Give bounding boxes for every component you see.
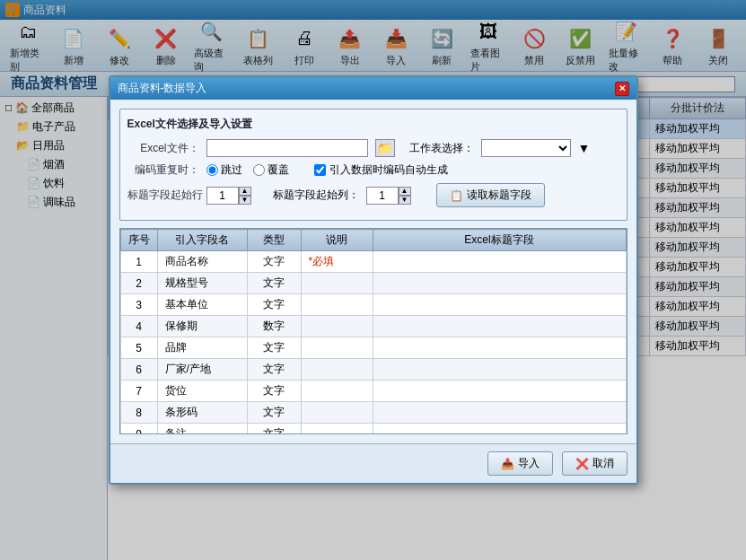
modal-table-cell bbox=[373, 294, 626, 316]
modal-title-bar: 商品资料-数据导入 ✕ bbox=[110, 77, 636, 100]
import-button[interactable]: 📥 导入 bbox=[487, 451, 553, 476]
title-col-down[interactable]: ▼ bbox=[399, 196, 411, 205]
auto-generate-check[interactable]: 引入数据时编码自动生成 bbox=[314, 162, 448, 178]
modal-table-cell: 文字 bbox=[247, 251, 301, 273]
excel-label: Excel文件： bbox=[127, 141, 199, 156]
modal-table-cell bbox=[373, 337, 626, 359]
modal-table-cell: 9 bbox=[120, 424, 157, 435]
title-row-input[interactable] bbox=[206, 187, 239, 205]
modal-overlay: 商品资料-数据导入 ✕ Excel文件选择及导入设置 Excel文件： 📁 工作… bbox=[0, 0, 746, 560]
modal-table-cell: 商品名称 bbox=[157, 251, 247, 273]
modal-table-row[interactable]: 8条形码文字 bbox=[120, 402, 626, 424]
modal-table-cell: 文字 bbox=[247, 381, 301, 402]
title-col-up[interactable]: ▲ bbox=[399, 187, 411, 196]
modal-title: 商品资料-数据导入 bbox=[118, 81, 207, 96]
modal-table-cell: 2 bbox=[120, 273, 157, 294]
modal-table-row[interactable]: 6厂家/产地文字 bbox=[120, 359, 626, 381]
modal-table-row[interactable]: 7货位文字 bbox=[120, 381, 626, 402]
modal-table-cell: 货位 bbox=[157, 381, 247, 402]
modal-table-cell: 规格型号 bbox=[157, 273, 247, 294]
modal-table-row[interactable]: 9备注文字 bbox=[120, 424, 626, 435]
workbook-dropdown-icon: ▼ bbox=[578, 141, 591, 155]
modal-table-col-header: 序号 bbox=[120, 230, 157, 251]
modal-table-cell: 8 bbox=[120, 402, 157, 424]
modal-table-cell: 基本单位 bbox=[157, 294, 247, 316]
title-row-col-row: 标题字段起始行： ▲ ▼ 标题字段起始列： ▲ ▼ bbox=[127, 183, 619, 207]
radio-skip-input[interactable] bbox=[206, 164, 218, 176]
radio-overwrite[interactable]: 覆盖 bbox=[253, 162, 289, 178]
modal-table-col-header: Excel标题字段 bbox=[373, 230, 626, 251]
workbook-label: 工作表选择： bbox=[409, 141, 474, 156]
modal-table-row[interactable]: 3基本单位文字 bbox=[120, 294, 626, 316]
excel-settings-section: Excel文件选择及导入设置 Excel文件： 📁 工作表选择： ▼ 编码重复时… bbox=[119, 109, 628, 221]
modal-table-cell bbox=[301, 381, 373, 402]
modal-table-cell: *必填 bbox=[301, 251, 373, 273]
encode-repeat-options: 跳过 覆盖 bbox=[206, 162, 289, 178]
excel-browse-button[interactable]: 📁 bbox=[375, 139, 395, 157]
title-col-start-label: 标题字段起始列： bbox=[273, 188, 359, 203]
title-col-input[interactable] bbox=[366, 187, 399, 205]
modal-table-cell bbox=[301, 424, 373, 435]
modal-table-row[interactable]: 1商品名称文字*必填 bbox=[120, 251, 626, 273]
modal-table-cell bbox=[373, 381, 626, 402]
modal-table-cell: 文字 bbox=[247, 402, 301, 424]
section-title: Excel文件选择及导入设置 bbox=[127, 117, 619, 132]
modal-table-cell bbox=[301, 337, 373, 359]
read-header-icon: 📋 bbox=[450, 189, 463, 202]
modal-table-row[interactable]: 5品牌文字 bbox=[120, 337, 626, 359]
title-col-stepper-btns: ▲ ▼ bbox=[399, 187, 411, 205]
title-row-down[interactable]: ▼ bbox=[239, 196, 251, 205]
import-label: 导入 bbox=[518, 456, 540, 471]
modal-table-cell: 5 bbox=[120, 337, 157, 359]
modal-table-cell: 文字 bbox=[247, 337, 301, 359]
modal-table-cell: 4 bbox=[120, 316, 157, 337]
radio-skip[interactable]: 跳过 bbox=[206, 162, 242, 178]
modal-dialog: 商品资料-数据导入 ✕ Excel文件选择及导入设置 Excel文件： 📁 工作… bbox=[109, 75, 638, 485]
cancel-icon: ❌ bbox=[575, 458, 589, 470]
modal-table-cell: 6 bbox=[120, 359, 157, 381]
excel-file-input[interactable] bbox=[206, 139, 368, 157]
modal-footer: 📥 导入 ❌ 取消 bbox=[110, 443, 636, 483]
title-col-stepper[interactable]: ▲ ▼ bbox=[366, 187, 411, 205]
workbook-select[interactable] bbox=[481, 139, 571, 157]
title-row-stepper[interactable]: ▲ ▼ bbox=[206, 187, 251, 205]
modal-body: Excel文件选择及导入设置 Excel文件： 📁 工作表选择： ▼ 编码重复时… bbox=[110, 100, 636, 443]
modal-table-cell bbox=[373, 402, 626, 424]
modal-table-header: 序号引入字段名类型说明Excel标题字段 bbox=[120, 230, 626, 251]
modal-table-cell bbox=[373, 424, 626, 435]
auto-generate-label: 引入数据时编码自动生成 bbox=[329, 162, 448, 178]
modal-table-cell: 文字 bbox=[247, 273, 301, 294]
modal-table-cell bbox=[301, 316, 373, 337]
modal-table-cell: 7 bbox=[120, 381, 157, 402]
modal-table-cell bbox=[301, 359, 373, 381]
cancel-label: 取消 bbox=[592, 456, 614, 471]
modal-table-cell bbox=[301, 273, 373, 294]
read-header-button[interactable]: 📋 读取标题字段 bbox=[436, 183, 545, 207]
modal-table-wrap: 序号引入字段名类型说明Excel标题字段 1商品名称文字*必填2规格型号文字3基… bbox=[119, 228, 628, 434]
encode-repeat-row: 编码重复时： 跳过 覆盖 引入数据时编码自动生成 bbox=[127, 162, 619, 178]
encode-repeat-label: 编码重复时： bbox=[127, 162, 199, 178]
modal-table-col-header: 类型 bbox=[247, 230, 301, 251]
modal-table-cell: 厂家/产地 bbox=[157, 359, 247, 381]
import-icon: 📥 bbox=[501, 458, 514, 470]
modal-table-row[interactable]: 4保修期数字 bbox=[120, 316, 626, 337]
modal-table-body: 1商品名称文字*必填2规格型号文字3基本单位文字4保修期数字5品牌文字6厂家/产… bbox=[120, 251, 626, 435]
modal-table-cell: 保修期 bbox=[157, 316, 247, 337]
modal-table-cell bbox=[301, 294, 373, 316]
auto-generate-checkbox[interactable] bbox=[314, 164, 326, 176]
modal-table-cell: 文字 bbox=[247, 359, 301, 381]
modal-table-cell bbox=[373, 273, 626, 294]
modal-table-cell bbox=[301, 402, 373, 424]
title-row-up[interactable]: ▲ bbox=[239, 187, 251, 196]
radio-overwrite-input[interactable] bbox=[253, 164, 265, 176]
modal-close-button[interactable]: ✕ bbox=[615, 82, 629, 96]
modal-table-col-header: 引入字段名 bbox=[157, 230, 247, 251]
modal-table-cell: 数字 bbox=[247, 316, 301, 337]
title-row-stepper-btns: ▲ ▼ bbox=[239, 187, 251, 205]
modal-table-row[interactable]: 2规格型号文字 bbox=[120, 273, 626, 294]
modal-table-cell: 1 bbox=[120, 251, 157, 273]
modal-table-cell: 文字 bbox=[247, 294, 301, 316]
modal-table-cell: 文字 bbox=[247, 424, 301, 435]
modal-table-col-header: 说明 bbox=[301, 230, 373, 251]
cancel-button[interactable]: ❌ 取消 bbox=[562, 451, 628, 476]
